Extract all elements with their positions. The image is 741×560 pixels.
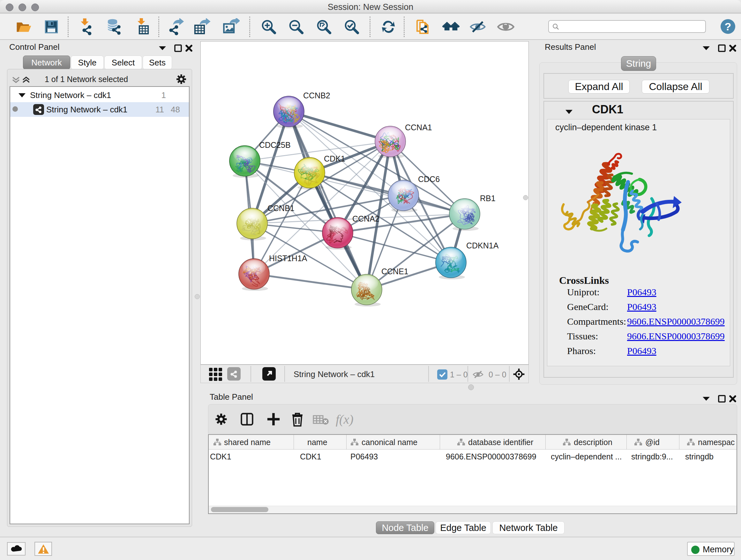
svg-text:CCNA2: CCNA2 xyxy=(352,214,380,223)
svg-text:CCNA1: CCNA1 xyxy=(405,123,432,132)
svg-text:HIST1H1A: HIST1H1A xyxy=(269,254,307,263)
svg-text:CDKN1A: CDKN1A xyxy=(466,241,499,250)
svg-text:CDK1: CDK1 xyxy=(324,154,345,163)
svg-text:CCNE1: CCNE1 xyxy=(381,267,408,276)
svg-text:CDC6: CDC6 xyxy=(418,175,440,184)
svg-text:CCNB1: CCNB1 xyxy=(267,204,294,212)
svg-text:CDC25B: CDC25B xyxy=(259,140,291,149)
svg-text:CCNB2: CCNB2 xyxy=(303,91,330,100)
svg-text:RB1: RB1 xyxy=(480,194,495,203)
